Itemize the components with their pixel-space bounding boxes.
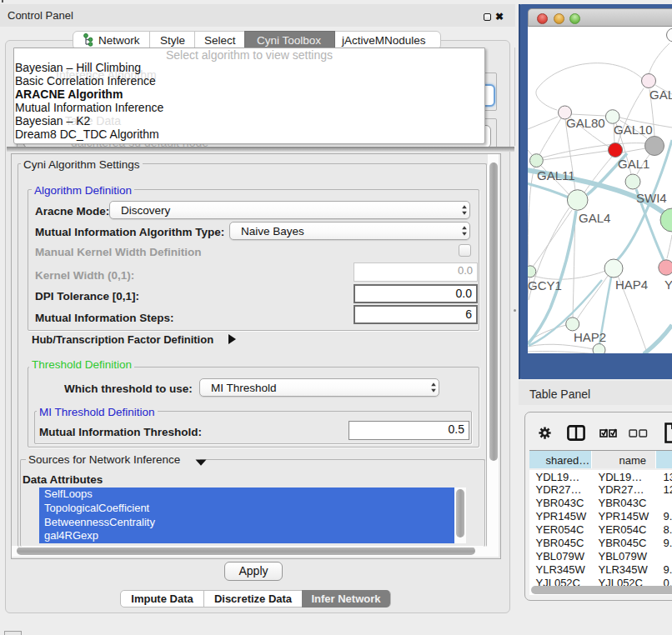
svg-text:GAL4: GAL4 bbox=[579, 211, 610, 225]
svg-text:GAL1: GAL1 bbox=[618, 157, 649, 171]
svg-text:GAL80: GAL80 bbox=[566, 116, 605, 130]
svg-text:GAL7: GAL7 bbox=[649, 88, 672, 102]
svg-text:GCY1: GCY1 bbox=[528, 278, 562, 292]
svg-text:HAP2: HAP2 bbox=[574, 330, 606, 344]
svg-text:HAP4: HAP4 bbox=[615, 278, 648, 292]
svg-text:GAL10: GAL10 bbox=[614, 122, 653, 137]
svg-text:Y: Y bbox=[664, 278, 672, 292]
svg-text:GAL11: GAL11 bbox=[537, 168, 575, 182]
svg-text:SWI4: SWI4 bbox=[636, 191, 667, 205]
